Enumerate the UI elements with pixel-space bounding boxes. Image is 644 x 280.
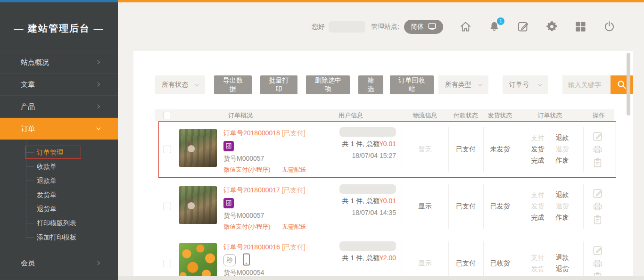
status-filter-dropdown[interactable]: 所有状态 bbox=[155, 75, 205, 94]
redacted-buyer-name bbox=[339, 127, 396, 137]
submenu-item-add-print-template[interactable]: 添加打印模板 bbox=[0, 230, 118, 244]
type-filter-value: 所有类型 bbox=[445, 81, 471, 89]
payment-method: 微信支付(小程序) bbox=[223, 222, 271, 231]
paid-tag: [已支付] bbox=[282, 243, 305, 251]
sidebar-item-label: 订单 bbox=[21, 124, 35, 133]
shipping-status: 已收货 bbox=[490, 259, 510, 268]
logistics-toggle[interactable]: 显示 bbox=[419, 202, 432, 211]
submenu-item-receipts[interactable]: 收款单 bbox=[0, 159, 118, 173]
sidebar-item-label: 站点概况 bbox=[21, 58, 49, 67]
print-order-icon[interactable] bbox=[592, 201, 603, 212]
order-overview-cell: 订单号2018000018[已支付] 团 货号M000057 微信支付(小程序)… bbox=[179, 121, 335, 186]
order-overview-cell: 订单号2018000016[已支付] 秒 货号M000054 bbox=[179, 235, 335, 280]
print-order-icon[interactable] bbox=[592, 258, 603, 269]
filter-button[interactable]: 筛选 bbox=[358, 75, 383, 94]
shipping-status-cell: 已发货 bbox=[483, 178, 517, 235]
apps-grid-icon[interactable] bbox=[574, 20, 587, 33]
row-checkbox[interactable] bbox=[164, 260, 171, 267]
copy-order-icon[interactable] bbox=[592, 214, 603, 225]
row-checkbox[interactable] bbox=[164, 146, 171, 153]
order-action[interactable]: 作废 bbox=[556, 214, 569, 222]
order-amount: ¥0.01 bbox=[380, 197, 396, 205]
compose-icon[interactable] bbox=[517, 20, 529, 33]
row-checkbox-cell bbox=[155, 178, 179, 235]
batch-print-button[interactable]: 批量打印 bbox=[260, 75, 298, 94]
column-divider bbox=[483, 184, 484, 229]
table-row[interactable]: 订单号2018000017[已支付] 团 货号M000057 微信支付(小程序)… bbox=[155, 178, 614, 235]
edit-order-icon[interactable] bbox=[592, 245, 603, 256]
bell-icon[interactable]: 1 bbox=[488, 20, 501, 33]
order-action[interactable]: 退货 bbox=[556, 265, 569, 273]
language-site-button[interactable]: 简体 bbox=[404, 20, 443, 34]
gear-icon[interactable] bbox=[545, 20, 558, 33]
notification-badge: 1 bbox=[497, 17, 504, 25]
order-action: 支付 bbox=[531, 191, 545, 199]
column-divider bbox=[583, 241, 584, 280]
order-rows: 订单号2018000018[已支付] 团 货号M000057 微信支付(小程序)… bbox=[155, 121, 614, 280]
edit-order-icon[interactable] bbox=[592, 188, 603, 199]
topbar: 您好 管理站点: 简体 1 bbox=[118, 2, 644, 51]
app-title: — 建站管理后台 — bbox=[0, 2, 118, 35]
submenu-item-order-management[interactable]: 订单管理 bbox=[0, 145, 118, 159]
delivery-method: 无需配送 bbox=[282, 165, 306, 174]
print-order-icon[interactable] bbox=[592, 144, 603, 155]
column-header-order-status: 订单状态 bbox=[517, 111, 583, 120]
order-action[interactable]: 作废 bbox=[556, 156, 569, 165]
select-all-checkbox[interactable] bbox=[164, 112, 171, 119]
order-action[interactable]: 退款 bbox=[556, 191, 569, 199]
row-checkbox[interactable] bbox=[164, 203, 171, 210]
order-action[interactable]: 退款 bbox=[556, 134, 569, 142]
product-thumbnail[interactable] bbox=[179, 186, 217, 224]
chevron-right-icon bbox=[95, 260, 102, 266]
edit-order-icon[interactable] bbox=[592, 131, 603, 142]
sidebar-item-products[interactable]: 产品 bbox=[0, 96, 118, 118]
vertical-scrollbar[interactable] bbox=[627, 53, 630, 115]
table-row[interactable]: 订单号2018000016[已支付] 秒 货号M000054 共 1 件, 总额… bbox=[155, 235, 614, 280]
copy-order-icon[interactable] bbox=[592, 157, 603, 168]
column-divider bbox=[517, 241, 517, 280]
delete-selected-button[interactable]: 删除选中项 bbox=[306, 75, 350, 94]
sidebar-item-site-overview[interactable]: 站点概况 bbox=[0, 51, 118, 74]
orders-table: 订单概况 用户信息 物流信息 付款状态 发货状态 订单状态 操作 订单号2018… bbox=[155, 109, 614, 280]
order-action[interactable]: 完成 bbox=[531, 156, 545, 165]
search-field-dropdown[interactable]: 订单号 bbox=[503, 75, 548, 94]
logistics-cell: 暂无 bbox=[402, 121, 448, 178]
order-overview-lines: 订单号2018000016[已支付] 秒 货号M000054 bbox=[223, 243, 305, 280]
export-data-button[interactable]: 导出数据 bbox=[214, 75, 252, 94]
order-number: 订单号2018000016 bbox=[223, 243, 280, 251]
column-header-logistics: 物流信息 bbox=[402, 111, 448, 120]
order-action[interactable]: 发货 bbox=[531, 145, 545, 154]
order-status-actions: 支付退款发货退货完成作废 bbox=[531, 134, 569, 165]
admin-page: — 建站管理后台 — 站点概况 文章 产品 订单 订单管理 收款单 退款单 bbox=[0, 0, 644, 280]
item-number: 货号M000057 bbox=[223, 155, 306, 163]
horizontal-scrollbar[interactable] bbox=[118, 276, 644, 280]
order-action[interactable]: 退款 bbox=[556, 254, 569, 262]
power-icon[interactable] bbox=[603, 20, 616, 33]
submenu-item-return-orders[interactable]: 退货单 bbox=[0, 202, 118, 216]
item-number: 货号M000057 bbox=[223, 212, 306, 220]
chevron-right-icon bbox=[95, 81, 102, 88]
table-row[interactable]: 订单号2018000018[已支付] 团 货号M000057 微信支付(小程序)… bbox=[155, 121, 614, 178]
submenu-item-shipment-orders[interactable]: 发货单 bbox=[0, 188, 118, 202]
submenu-item-refund-orders[interactable]: 退款单 bbox=[0, 173, 118, 188]
order-action: 发货 bbox=[531, 202, 545, 211]
sidebar-item-orders[interactable]: 订单 bbox=[0, 118, 118, 140]
sidebar-item-label: 文章 bbox=[21, 80, 35, 89]
order-recycle-bin-button[interactable]: 订单回收站 bbox=[390, 75, 434, 94]
monitor-icon bbox=[428, 22, 437, 31]
type-filter-dropdown[interactable]: 所有类型 bbox=[438, 75, 488, 94]
order-action[interactable]: 完成 bbox=[531, 214, 545, 222]
language-label: 简体 bbox=[411, 23, 424, 31]
product-thumbnail[interactable] bbox=[179, 243, 217, 280]
orders-panel: 所有状态 导出数据 批量打印 删除选中项 筛选 订单回收站 所有类型 订单号 bbox=[133, 51, 633, 280]
sidebar-item-articles[interactable]: 文章 bbox=[0, 74, 118, 96]
home-icon[interactable] bbox=[459, 20, 472, 33]
order-type-badge: 秒 bbox=[223, 254, 236, 266]
sidebar-item-members[interactable]: 会员 bbox=[0, 252, 118, 274]
column-header-order-overview: 订单概况 bbox=[179, 111, 335, 120]
submenu-item-print-template-list[interactable]: 打印模版列表 bbox=[0, 216, 118, 230]
keyword-input[interactable] bbox=[562, 75, 611, 94]
product-thumbnail[interactable] bbox=[179, 129, 217, 167]
column-divider bbox=[402, 127, 402, 172]
sidebar: — 建站管理后台 — 站点概况 文章 产品 订单 订单管理 收款单 退款单 bbox=[0, 2, 118, 280]
